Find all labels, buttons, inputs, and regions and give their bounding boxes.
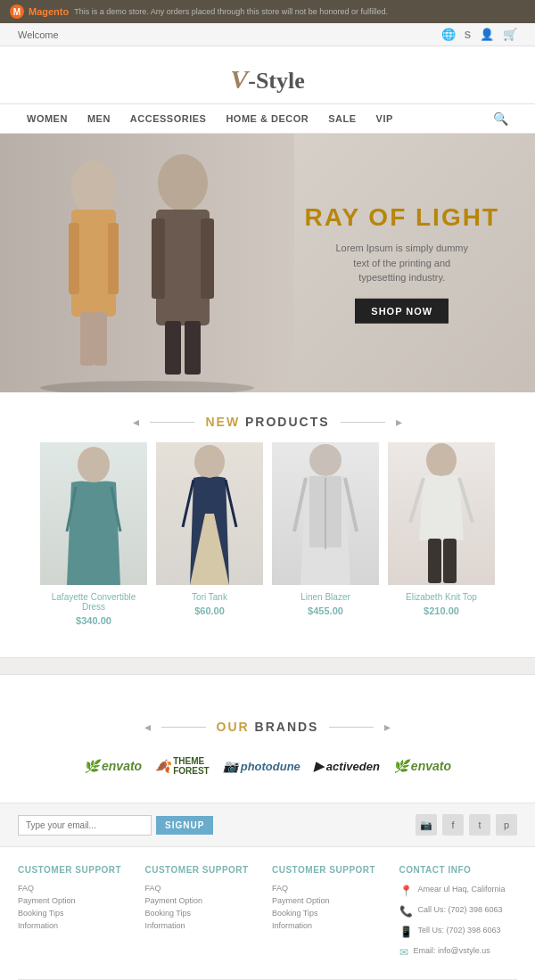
nav-women[interactable]: WOMEN	[27, 113, 68, 124]
svg-rect-13	[185, 321, 201, 375]
svg-rect-4	[69, 223, 79, 294]
main-nav: WOMEN MEN ACCESSORIES HOME & DECOR SALE …	[0, 103, 535, 134]
svg-rect-30	[443, 539, 457, 583]
left-arrow-icon[interactable]: ◂	[133, 415, 139, 429]
social-icons: 📷 f t p	[416, 814, 517, 836]
svg-point-15	[78, 447, 110, 482]
footer-link-0-3[interactable]: Information	[18, 921, 136, 930]
contact-mobile: Tell Us: (702) 398 6063	[418, 925, 501, 936]
brand-themeforest[interactable]: 🍂 THEMEFOREST	[155, 756, 210, 776]
phone-icon: 📞	[399, 905, 413, 918]
brand-leaf-icon-1: 🍂	[155, 759, 170, 773]
brands-section: ◂ OUR BRANDS ▸ 🌿 envato 🍂 THEMEFOREST 📷 …	[0, 684, 535, 803]
footer-link-2-0[interactable]: FAQ	[272, 884, 391, 893]
welcome-icons: 🌐 S 👤 🛒	[441, 28, 517, 41]
product-card-1[interactable]: Tori Tank $60.00	[156, 442, 263, 626]
footer-col-0: CUSTOMER SUPPORT FAQ Payment Option Book…	[18, 865, 136, 966]
magento-logo-area: M Magento	[9, 4, 69, 20]
svg-point-26	[426, 443, 457, 477]
top-bar: M Magento This is a demo store. Any orde…	[0, 0, 535, 23]
product-image-0	[40, 442, 147, 585]
right-arrow-icon[interactable]: ▸	[396, 415, 402, 429]
svg-point-14	[40, 381, 254, 392]
section-title-text: NEW PRODUCTS	[205, 415, 329, 429]
footer-link-1-1[interactable]: Payment Option	[145, 896, 264, 905]
tank-svg	[156, 442, 263, 585]
footer-link-1-3[interactable]: Information	[145, 921, 264, 930]
section-title-new-products: ◂ NEW PRODUCTS ▸	[0, 392, 535, 442]
products-grid: Lafayette Convertible Dress $340.00 Tori…	[0, 442, 535, 648]
brand-envato[interactable]: 🌿 envato	[84, 759, 142, 773]
brands-left-line	[161, 727, 206, 728]
product-card-3[interactable]: Elizabeth Knit Top $210.00	[388, 442, 495, 626]
contact-item-1: 📞 Call Us: (702) 398 6063	[399, 904, 518, 918]
nav-men[interactable]: MEN	[87, 113, 111, 124]
footer-link-2-1[interactable]: Payment Option	[272, 896, 391, 905]
nav-home-decor[interactable]: HOME & DECOR	[226, 113, 309, 124]
brands-right-arrow-icon[interactable]: ▸	[384, 720, 391, 734]
product-card-0[interactable]: Lafayette Convertible Dress $340.00	[40, 442, 147, 626]
currency-icon[interactable]: S	[465, 29, 471, 40]
footer-link-2-3[interactable]: Information	[272, 921, 391, 930]
footer-link-0-2[interactable]: Booking Tips	[18, 909, 136, 918]
dress-svg	[40, 442, 147, 585]
brand-envato-2[interactable]: 🌿 envato	[393, 759, 451, 773]
mobile-icon: 📱	[399, 926, 413, 938]
twitter-icon[interactable]: t	[469, 814, 490, 836]
hero-content: RAY OF LIGHT Lorem Ipsum is simply dummy…	[305, 203, 499, 324]
newsletter-bar: SIGNUP 📷 f t p	[0, 803, 535, 847]
brand-logo[interactable]: V-Style	[230, 64, 305, 95]
contact-item-3: ✉ Email: info@vstyle.us	[399, 945, 518, 959]
brand-label-3: activeden	[326, 760, 380, 773]
svg-point-2	[71, 161, 116, 214]
hero-subtitle: Lorem Ipsum is simply dummy text of the …	[305, 241, 499, 285]
facebook-icon[interactable]: f	[442, 814, 464, 836]
user-icon[interactable]: 👤	[480, 28, 494, 41]
magento-icon: M	[9, 4, 25, 20]
nav-accessories[interactable]: ACCESSORIES	[130, 113, 207, 124]
brand-script: V	[230, 64, 248, 94]
instagram-icon[interactable]: 📷	[416, 814, 437, 836]
svg-rect-6	[80, 312, 94, 366]
svg-rect-7	[94, 312, 107, 366]
product-image-2	[272, 442, 379, 585]
brand-photodune[interactable]: 📷 photodune	[223, 759, 300, 773]
hero-image	[0, 134, 294, 392]
pinterest-icon[interactable]: p	[496, 814, 517, 836]
cart-icon[interactable]: 🛒	[503, 28, 517, 41]
shop-now-button[interactable]: Shop Now	[355, 298, 449, 323]
footer-col-title-0: CUSTOMER SUPPORT	[18, 865, 136, 875]
nav-vip[interactable]: VIP	[376, 113, 393, 124]
product-card-2[interactable]: Linen Blazer $455.00	[272, 442, 379, 626]
footer-link-0-1[interactable]: Payment Option	[18, 896, 136, 905]
nav-sale[interactable]: SALE	[328, 113, 356, 124]
brand-leaf-icon-0: 🌿	[84, 759, 99, 773]
footer-col-3: CONTACT INFO 📍 Amear ul Haq, California …	[399, 865, 518, 966]
brand-name: -Style	[248, 68, 305, 94]
footer-link-0-0[interactable]: FAQ	[18, 884, 136, 893]
hero-people-svg	[0, 134, 294, 392]
brand-activeden[interactable]: ▶ activeden	[314, 759, 380, 773]
brand-icon-2: 📷	[223, 759, 238, 773]
footer-col-title-1: CUSTOMER SUPPORT	[145, 865, 264, 875]
svg-line-20	[226, 480, 236, 527]
contact-phone: Call Us: (702) 398 6063	[418, 904, 503, 916]
brands-left-arrow-icon[interactable]: ◂	[144, 720, 151, 734]
footer-link-1-0[interactable]: FAQ	[145, 884, 264, 893]
section-title-brands: ◂ OUR BRANDS ▸	[18, 697, 517, 747]
globe-icon[interactable]: 🌐	[441, 28, 456, 41]
brands-title-text: OUR BRANDS	[217, 720, 319, 734]
search-icon[interactable]: 🔍	[493, 111, 508, 126]
svg-rect-5	[108, 223, 119, 294]
svg-rect-10	[152, 218, 165, 299]
contact-item-2: 📱 Tell Us: (702) 398 6063	[399, 925, 518, 938]
footer-link-2-2[interactable]: Booking Tips	[272, 909, 391, 918]
title-right-line	[341, 422, 385, 423]
email-input[interactable]	[18, 815, 152, 836]
svg-point-21	[309, 444, 342, 476]
location-icon: 📍	[399, 885, 413, 897]
signup-button[interactable]: SIGNUP	[156, 816, 213, 835]
footer-link-1-2[interactable]: Booking Tips	[145, 909, 264, 918]
site-header: V-Style	[0, 46, 535, 103]
contact-email: Email: info@vstyle.us	[414, 945, 490, 957]
